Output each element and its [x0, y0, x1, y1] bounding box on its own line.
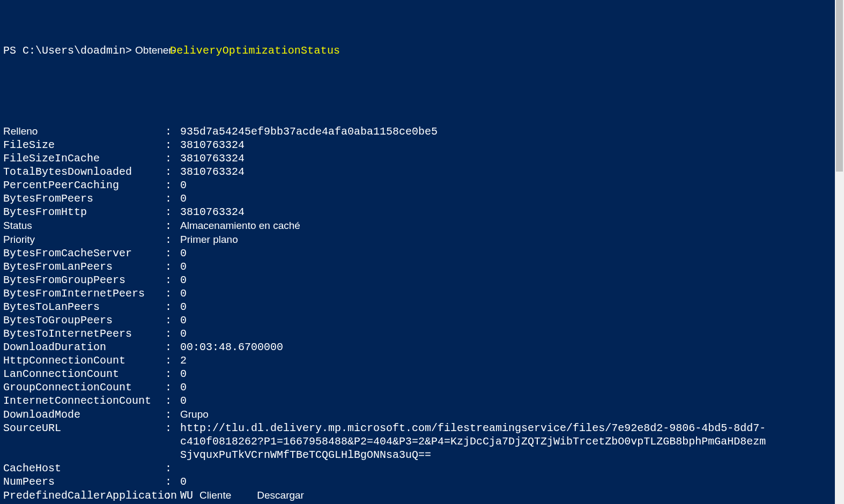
ps-prompt: PS C:\Users\doadmin>	[3, 44, 132, 57]
output-row: SourceURL: http://tlu.dl.delivery.mp.mic…	[3, 421, 841, 462]
output-key: BytesFromHttp	[3, 205, 165, 219]
colon-separator: :	[165, 327, 180, 340]
output-value: 0	[180, 367, 187, 381]
command-highlight: DeliveryOptimizationStatus	[170, 44, 340, 57]
output-row: BytesFromPeers: 0	[3, 192, 841, 205]
output-key: FileSize	[3, 138, 165, 152]
output-row: Priority: Primer plano	[3, 233, 841, 247]
output-value: 0	[180, 475, 187, 488]
powershell-terminal[interactable]: PS C:\Users\doadmin> Obtener- DeliveryOp…	[0, 0, 844, 504]
output-row: GroupConnectionCount: 0	[3, 381, 841, 394]
output-key: FileSizeInCache	[3, 152, 165, 165]
output-row: PredefinedCallerApplication: WU Cliente …	[3, 488, 841, 502]
output-key: PredefinedCallerApplication	[3, 489, 165, 502]
output-row: BytesFromInternetPeers: 0	[3, 287, 841, 300]
output-row: BytesToLanPeers: 0	[3, 300, 841, 314]
output-value: 0	[180, 394, 187, 407]
output-row: BytesToInternetPeers: 0	[3, 327, 841, 340]
output-key: BytesFromPeers	[3, 192, 165, 205]
command-output: Relleno: 935d7a54245ef9bb37acde4afa0aba1…	[3, 124, 841, 504]
colon-separator: :	[165, 314, 180, 327]
output-key: Status	[3, 219, 165, 232]
output-value: 935d7a54245ef9bb37acde4afa0aba1158ce0be5	[180, 125, 438, 138]
colon-separator: :	[165, 125, 180, 138]
scrollbar-thumb[interactable]	[836, 0, 843, 172]
colon-separator: :	[165, 475, 180, 488]
output-row: TotalBytesDownloaded: 3810763324	[3, 165, 841, 179]
output-row: BytesToGroupPeers: 0	[3, 314, 841, 327]
output-value: 0	[180, 192, 187, 205]
colon-separator: :	[165, 192, 180, 205]
output-row: PercentPeerCaching: 0	[3, 179, 841, 192]
output-value: 0	[180, 381, 187, 394]
output-value: 0	[180, 287, 187, 300]
colon-separator: :	[165, 273, 180, 287]
output-row: FileSize: 3810763324	[3, 138, 841, 152]
output-value: Primer plano	[180, 233, 238, 246]
output-key: SourceURL	[3, 421, 165, 435]
output-key: InternetConnectionCount	[3, 394, 165, 407]
output-row: LanConnectionCount: 0	[3, 367, 841, 381]
colon-separator: :	[165, 152, 180, 165]
colon-separator: :	[165, 300, 180, 314]
prompt-line: PS C:\Users\doadmin> Obtener- DeliveryOp…	[3, 43, 841, 57]
output-key: DownloadDuration	[3, 340, 165, 354]
output-row: BytesFromLanPeers: 0	[3, 260, 841, 273]
output-key: BytesFromLanPeers	[3, 260, 165, 273]
output-value: 0	[180, 300, 187, 314]
output-row: Relleno: 935d7a54245ef9bb37acde4afa0aba1…	[3, 124, 841, 138]
output-row: BytesFromCacheServer: 0	[3, 247, 841, 260]
output-key: BytesToGroupPeers	[3, 314, 165, 327]
output-row: BytesFromGroupPeers: 0	[3, 273, 841, 287]
colon-separator: :	[165, 340, 180, 354]
output-row: CacheHost:	[3, 462, 841, 475]
output-value: 0	[180, 247, 187, 260]
output-key: Priority	[3, 233, 165, 246]
command-prefix: Obtener-	[135, 43, 175, 57]
output-key: BytesToLanPeers	[3, 300, 165, 314]
output-key: BytesFromGroupPeers	[3, 273, 165, 287]
output-row: Status: Almacenamiento en caché	[3, 219, 841, 233]
vertical-scrollbar[interactable]	[835, 0, 844, 504]
output-value: 00:03:48.6700000	[180, 340, 283, 354]
output-value: 2	[180, 354, 187, 367]
output-value: 3810763324	[180, 165, 245, 179]
output-key: NumPeers	[3, 475, 165, 488]
output-row: HttpConnectionCount: 2	[3, 354, 841, 367]
output-key: HttpConnectionCount	[3, 354, 165, 367]
colon-separator: :	[165, 394, 180, 407]
output-key: GroupConnectionCount	[3, 381, 165, 394]
output-key: TotalBytesDownloaded	[3, 165, 165, 179]
output-key: BytesFromCacheServer	[3, 247, 165, 260]
colon-separator: :	[165, 421, 180, 435]
colon-separator: :	[165, 367, 180, 381]
colon-separator: :	[165, 260, 180, 273]
colon-separator: :	[165, 233, 180, 247]
output-key: Relleno	[3, 124, 165, 138]
colon-separator: :	[165, 205, 180, 219]
colon-separator: :	[165, 354, 180, 367]
output-value: 0	[180, 179, 187, 192]
output-row: FileSizeInCache: 3810763324	[3, 152, 841, 165]
output-value: 3810763324	[180, 205, 245, 219]
output-value: 3810763324	[180, 138, 245, 152]
colon-separator: :	[165, 408, 180, 421]
colon-separator: :	[165, 247, 180, 260]
output-row: InternetConnectionCount: 0	[3, 394, 841, 407]
output-key: CacheHost	[3, 462, 165, 475]
output-key: BytesToInternetPeers	[3, 327, 165, 340]
output-key: BytesFromInternetPeers	[3, 287, 165, 300]
colon-separator: :	[165, 381, 180, 394]
colon-separator: :	[165, 179, 180, 192]
colon-separator: :	[165, 489, 180, 502]
output-value: 0	[180, 260, 187, 273]
output-value: 0	[180, 314, 187, 327]
output-row: DownloadDuration: 00:03:48.6700000	[3, 340, 841, 354]
output-row: NumPeers: 0	[3, 475, 841, 488]
colon-separator: :	[165, 165, 180, 179]
output-row: BytesFromHttp: 3810763324	[3, 205, 841, 219]
output-key: DownloadMode	[3, 408, 165, 421]
output-value: 3810763324	[180, 152, 245, 165]
output-value: WU Cliente Descargar	[180, 488, 304, 502]
colon-separator: :	[165, 462, 180, 475]
